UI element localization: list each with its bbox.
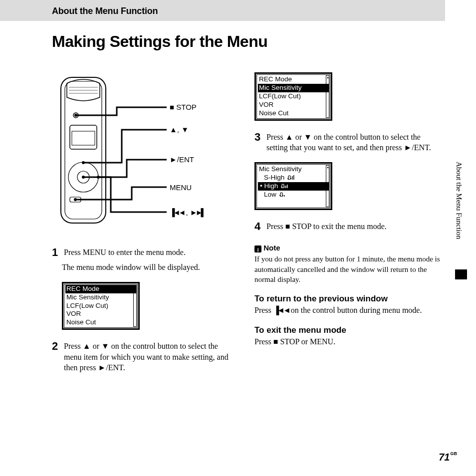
device-figure: ■ STOP ▲, ▼ ►/ENT MENU ▐◄◄ , ►►▌ [52,72,237,232]
svg-point-12 [82,161,85,164]
callout-stop: ■ STOP [170,102,197,112]
screen3-blank [258,199,329,208]
step-4-num: 4 [254,219,264,234]
exit-body: Press ■ STOP or MENU. [254,336,444,347]
screen2-scrollbar: ▲ [326,75,329,117]
play-icon: ► [98,363,106,372]
screen1-row0: REC Mode [65,285,136,293]
down-icon: ▼ [101,342,109,350]
bullet-icon: • [260,182,262,190]
callout-menu: MENU [170,183,192,193]
screen1-row4: Noise Cut [65,318,136,327]
return-body: Press ▐◄◄ on the control button during m… [254,305,444,316]
svg-rect-19 [287,185,288,188]
mic-icon [279,192,287,197]
section-header: About the Menu Function [0,0,445,21]
up-icon: ▲ [83,342,91,350]
step-2-num: 2 [52,339,62,354]
play-icon: ► [404,143,412,152]
step-1-sub: The menu mode window will be displayed. [62,262,232,273]
screen1-scrollbar: ▲ [133,285,137,327]
up-icon: ▲ [170,125,177,134]
callout-prevnext: ▐◄◄ , ►►▌ [170,208,204,218]
screen3-row2: Low [258,191,329,199]
screen2-row2: LCF(Low Cut) [258,92,329,101]
svg-rect-18 [285,186,286,188]
note-heading: ¡ Note [254,243,444,253]
stop-icon: ■ [170,103,174,111]
right-column: REC Mode Mic Sensitivity LCF(Low Cut) VO… [254,72,444,382]
screen1-row3: VOR [65,310,136,318]
exit-heading: To exit the menu mode [254,325,444,336]
screen-menu-1: REC Mode Mic Sensitivity LCF(Low Cut) VO… [62,282,140,330]
screen2-row3: VOR [258,101,329,109]
page-title: Making Settings for the Menu [52,31,476,52]
step-3: 3 Press ▲ or ▼ on the control button to … [254,130,444,153]
svg-rect-5 [70,125,97,149]
note-body: If you do not press any button for 1 min… [254,254,444,284]
svg-rect-6 [72,131,95,145]
step-1-num: 1 [52,245,62,260]
play-icon: ► [170,155,177,164]
stop-icon: ■ [273,337,278,346]
svg-point-13 [82,176,85,179]
mic-icon [281,184,289,189]
svg-rect-17 [293,175,294,180]
screen-menu-3: Mic Sensitivity S-High • High Low ▲ [254,162,332,210]
step-1-body: Press MENU to enter the menu mode. [64,245,234,258]
section-header-text: About the Menu Function [52,6,158,16]
mic-icon [287,175,295,180]
left-column: ■ STOP ▲, ▼ ►/ENT MENU ▐◄◄ , ►►▌ 1 Press… [52,72,237,382]
step-1: 1 Press MENU to enter the menu mode. The… [52,245,237,272]
prev-icon: ▐◄◄ [170,208,184,217]
screen2-row0: REC Mode [258,75,329,84]
svg-rect-20 [284,195,285,197]
callout-ent: ►/ENT [170,155,194,165]
return-heading: To return to the previous window [254,293,444,305]
content-columns: ■ STOP ▲, ▼ ►/ENT MENU ▐◄◄ , ►►▌ 1 Press… [0,72,476,382]
stop-icon: ■ [285,222,290,231]
device-illustration [52,72,237,232]
page-number: 71GB [439,451,457,464]
step-4: 4 Press ■ STOP to exit the menu mode. [254,219,444,234]
screen3-title: Mic Sensitivity [258,165,329,174]
step-2-body: Press ▲ or ▼ on the control button to se… [64,339,234,373]
step-4-body: Press ■ STOP to exit the menu mode. [266,219,436,232]
screen2-row1: Mic Sensitivity [258,84,329,92]
step-3-num: 3 [254,130,264,145]
prev-icon: ▐◄◄ [273,306,289,314]
screen3-scrollbar: ▲ [326,165,329,207]
screen3-row1: • High [258,182,329,191]
screen2-row4: Noise Cut [258,109,329,118]
screen3-row0: S-High [258,174,329,182]
svg-point-15 [97,176,100,179]
step-3-body: Press ▲ or ▼ on the control button to se… [266,130,436,153]
svg-point-14 [74,198,77,201]
down-icon: ▼ [304,133,312,141]
up-icon: ▲ [285,133,293,141]
svg-rect-0 [61,77,106,223]
note-icon: ¡ [254,245,261,252]
screen1-row1: Mic Sensitivity [65,293,136,302]
svg-rect-16 [292,176,293,180]
down-icon: ▼ [181,125,189,134]
screen1-row2: LCF(Low Cut) [65,302,136,310]
step-2: 2 Press ▲ or ▼ on the control button to … [52,339,237,373]
side-tab: About the Menu Function [454,162,464,239]
svg-point-11 [74,114,77,117]
svg-rect-1 [65,81,102,219]
next-icon: ►►▌ [190,208,204,217]
callout-updown: ▲, ▼ [170,125,189,135]
side-index-mark [455,269,467,279]
screen-menu-2: REC Mode Mic Sensitivity LCF(Low Cut) VO… [254,72,332,120]
